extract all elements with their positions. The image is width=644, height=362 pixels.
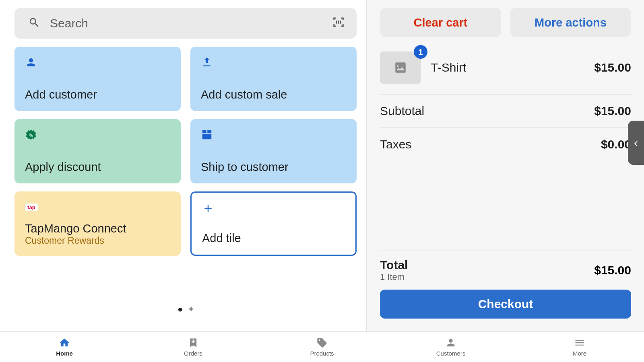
plus-icon: [202, 202, 345, 215]
search-bar[interactable]: Search: [14, 8, 357, 39]
more-actions-button[interactable]: More actions: [510, 8, 631, 37]
search-icon: [28, 16, 40, 30]
person-icon: [445, 337, 456, 348]
tile-ship-to-customer[interactable]: Ship to customer: [190, 119, 357, 183]
nav-home[interactable]: Home: [0, 332, 129, 362]
tile-add-tile[interactable]: Add tile: [190, 191, 357, 256]
cart-item[interactable]: 1 T-Shirt $15.00: [380, 51, 631, 95]
item-count: 1 Item: [380, 272, 408, 282]
cart-actions: Clear cart More actions: [380, 8, 631, 37]
tile-label: Ship to customer: [201, 160, 346, 174]
taxes-label: Taxes: [380, 138, 411, 151]
checkout-button[interactable]: Checkout: [380, 290, 631, 319]
nav-orders[interactable]: Orders: [129, 332, 258, 362]
nav-label: Customers: [436, 350, 466, 357]
orders-icon: [188, 337, 199, 348]
nav-products[interactable]: Products: [258, 332, 386, 362]
item-thumbnail: 1: [380, 51, 421, 84]
upload-icon: [201, 56, 346, 69]
add-page-icon[interactable]: +: [188, 304, 194, 315]
taxes-value: $0.00: [601, 138, 631, 151]
nav-customers[interactable]: Customers: [386, 332, 515, 362]
nav-label: Orders: [184, 350, 202, 357]
tile-grid: Add customer Add custom sale % Apply dis…: [14, 47, 357, 256]
tile-label: TapMango Connect: [25, 222, 170, 235]
barcode-scan-icon[interactable]: [332, 16, 345, 31]
tapmango-logo-icon: tap: [25, 200, 170, 214]
page-indicator: ● +: [14, 304, 357, 315]
cart-list: 1 T-Shirt $15.00: [380, 51, 631, 95]
svg-rect-2: [340, 21, 341, 24]
cart-pane: Clear cart More actions 1 T-Shirt $15.00…: [367, 0, 644, 362]
taxes-row: Taxes $0.00: [380, 128, 631, 161]
svg-rect-1: [338, 21, 339, 24]
qty-badge: 1: [414, 45, 427, 59]
nav-more[interactable]: More: [515, 332, 644, 362]
package-icon: [201, 128, 346, 142]
search-placeholder: Search: [50, 16, 332, 30]
svg-rect-0: [336, 21, 337, 24]
tile-label: Add custom sale: [201, 88, 346, 101]
nav-label: Home: [56, 350, 73, 357]
svg-text:%: %: [29, 133, 33, 138]
menu-icon: [574, 337, 585, 348]
checkout-block: Total 1 Item $15.00 Checkout: [380, 251, 631, 326]
home-icon: [59, 337, 70, 348]
subtotal-value: $15.00: [594, 104, 631, 118]
tile-add-customer[interactable]: Add customer: [14, 47, 181, 111]
chevron-left-icon: ‹: [634, 136, 638, 150]
subtotal-row: Subtotal $15.00: [380, 95, 631, 128]
item-name: T-Shirt: [431, 61, 584, 74]
drawer-handle[interactable]: ‹: [628, 121, 644, 165]
tile-label: Add customer: [25, 88, 170, 101]
tile-apply-discount[interactable]: % Apply discount: [14, 119, 181, 183]
discount-badge-icon: %: [25, 128, 170, 142]
total-value: $15.00: [594, 263, 631, 277]
nav-label: Products: [310, 350, 334, 357]
tile-label: Apply discount: [25, 160, 170, 174]
clear-cart-button[interactable]: Clear cart: [380, 8, 501, 37]
nav-label: More: [573, 350, 586, 357]
total-label: Total: [380, 258, 408, 272]
tile-sublabel: Customer Rewards: [25, 235, 170, 246]
item-price: $15.00: [594, 61, 631, 74]
page-dot-active: ●: [178, 304, 183, 315]
bottom-nav: Home Orders Products Customers More: [0, 331, 644, 362]
left-pane: Search Add customer Add custom sale: [0, 0, 366, 362]
subtotal-label: Subtotal: [380, 104, 424, 118]
tile-tapmango[interactable]: tap TapMango Connect Customer Rewards: [14, 191, 181, 256]
tile-label: Add tile: [202, 232, 345, 245]
person-icon: [25, 56, 170, 69]
tile-add-custom-sale[interactable]: Add custom sale: [190, 47, 357, 111]
tag-icon: [316, 337, 328, 348]
